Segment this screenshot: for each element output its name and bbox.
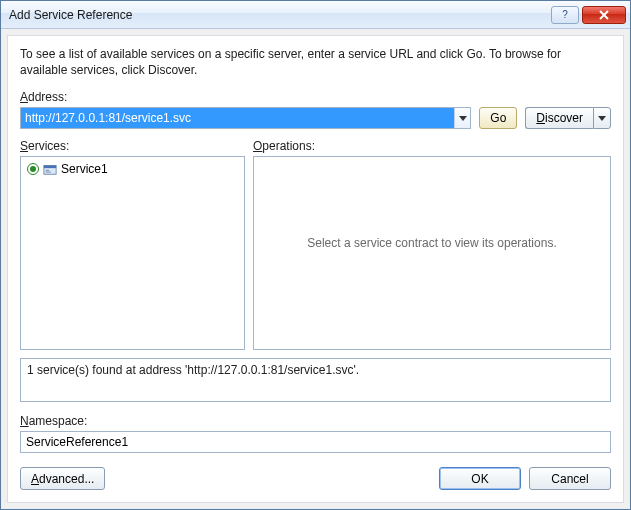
services-label: Services: bbox=[20, 139, 245, 153]
service-selected-icon bbox=[27, 163, 39, 175]
address-combobox[interactable] bbox=[20, 107, 471, 129]
titlebar: Add Service Reference ? bbox=[1, 1, 630, 29]
panes: Services: Service1 Operatio bbox=[20, 139, 611, 350]
status-box: 1 service(s) found at address 'http://12… bbox=[20, 358, 611, 402]
chevron-down-icon bbox=[598, 116, 606, 121]
discover-dropdown-button[interactable] bbox=[593, 107, 611, 129]
namespace-label: Namespace: bbox=[20, 414, 611, 428]
svg-rect-4 bbox=[46, 170, 50, 171]
cancel-button[interactable]: Cancel bbox=[529, 467, 611, 490]
go-button[interactable]: Go bbox=[479, 107, 517, 129]
service-item-label: Service1 bbox=[61, 162, 108, 176]
advanced-button[interactable]: Advanced... bbox=[20, 467, 105, 490]
svg-rect-5 bbox=[46, 172, 51, 173]
service-item[interactable]: Service1 bbox=[25, 161, 240, 177]
titlebar-buttons: ? bbox=[551, 6, 626, 24]
address-input[interactable] bbox=[21, 108, 454, 128]
address-label: Address: bbox=[20, 90, 611, 104]
address-dropdown-button[interactable] bbox=[454, 108, 470, 128]
footer: Advanced... OK Cancel bbox=[20, 467, 611, 490]
address-row: Go Discover bbox=[20, 107, 611, 129]
discover-button[interactable]: Discover bbox=[525, 107, 593, 129]
help-button[interactable]: ? bbox=[551, 6, 579, 24]
operations-label: Operations: bbox=[253, 139, 611, 153]
discover-label: Discover bbox=[536, 111, 583, 125]
help-icon: ? bbox=[562, 9, 568, 20]
service-icon bbox=[43, 162, 57, 176]
discover-split-button: Discover bbox=[525, 107, 611, 129]
ok-button[interactable]: OK bbox=[439, 467, 521, 490]
namespace-input[interactable] bbox=[20, 431, 611, 453]
intro-text: To see a list of available services on a… bbox=[20, 46, 611, 78]
services-listbox[interactable]: Service1 bbox=[20, 156, 245, 350]
services-pane: Services: Service1 bbox=[20, 139, 245, 350]
operations-listbox[interactable]: Select a service contract to view its op… bbox=[253, 156, 611, 350]
svg-rect-3 bbox=[44, 166, 56, 169]
client-area: To see a list of available services on a… bbox=[7, 35, 624, 503]
window-title: Add Service Reference bbox=[9, 8, 551, 22]
operations-placeholder: Select a service contract to view its op… bbox=[258, 161, 606, 250]
close-button[interactable] bbox=[582, 6, 626, 24]
close-icon bbox=[599, 10, 609, 20]
chevron-down-icon bbox=[459, 116, 467, 121]
operations-pane: Operations: Select a service contract to… bbox=[253, 139, 611, 350]
dialog-window: Add Service Reference ? To see a list of… bbox=[0, 0, 631, 510]
